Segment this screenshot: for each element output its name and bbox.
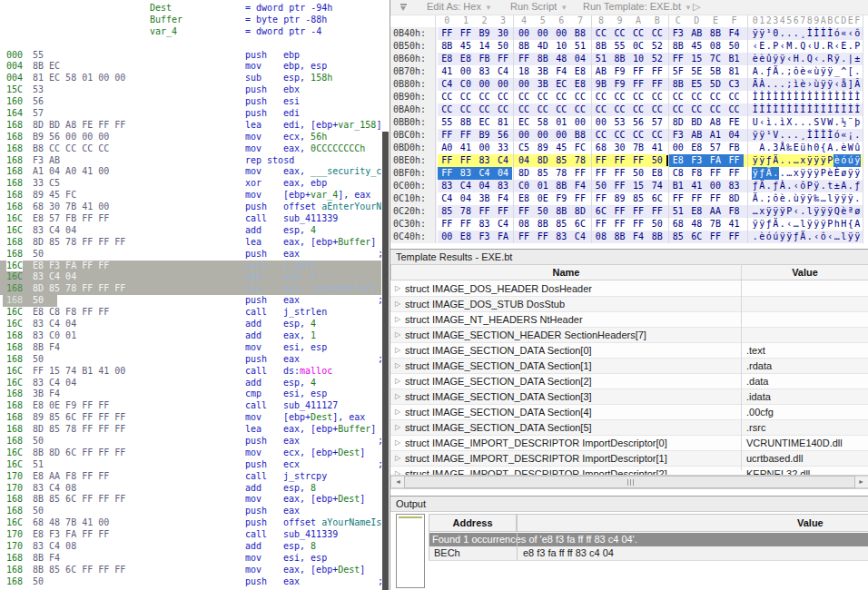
hex-byte[interactable]: 8D [725,192,744,205]
hex-byte[interactable]: FF [610,167,629,180]
expand-icon[interactable]: ▷ [395,281,400,296]
hex-byte[interactable]: E8 [457,231,476,243]
hex-byte[interactable]: 48 [552,53,571,65]
hex-byte[interactable]: 01 [552,116,571,129]
hex-byte[interactable]: A8 [706,116,725,129]
hex-byte[interactable]: CC [647,27,666,40]
hex-row[interactable]: 0C30h:FFFF83C4088B856CFFFFFF5068487B41ÿÿ… [390,218,868,231]
hex-byte[interactable]: 33 [494,142,513,154]
asm-line[interactable]: 16C68 48 7B 41 00pushoffset aYourNameIs [0,517,381,529]
hex-byte[interactable]: 41 [457,142,476,154]
hex-byte[interactable]: CC [475,103,494,116]
hex-byte[interactable]: 8B [668,40,687,53]
hex-byte[interactable]: B9 [475,27,494,40]
hex-byte[interactable]: 58 [533,116,552,129]
hex-byte[interactable]: 7B [629,142,648,154]
hex-byte[interactable]: 6C [687,231,706,243]
hex-byte[interactable]: 8D [571,205,590,218]
asm-line[interactable]: 16CFF 15 74 B1 41 00callds:malloc [0,366,381,378]
hex-byte[interactable]: F8 [725,205,744,218]
hex-row[interactable]: 0C10h:C4043BF4E80EF9FFFF89856CFFFFFF8DÄ.… [390,192,868,205]
hex-byte[interactable]: B9 [475,129,494,142]
hex-byte[interactable]: 00 [668,142,687,154]
hex-byte[interactable]: 00 [475,78,494,91]
asm-line[interactable]: 0048B ECmovebp, esp [0,61,381,73]
hex-byte[interactable]: FF [610,154,629,167]
hex-byte[interactable]: 51 [592,53,611,65]
hex-byte[interactable]: 57 [706,142,725,154]
scroll-right-icon[interactable]: ► [853,476,868,488]
hex-byte[interactable]: C8 [668,167,687,180]
template-row[interactable]: ▷struct IMAGE_SECTION_DATA Section[3].id… [390,389,868,405]
asm-line[interactable]: 168A1 04 A0 41 00moveax, ___security_c [0,166,381,178]
stack-var-line[interactable]: Dest= dword ptr -94h [0,3,381,15]
hex-byte[interactable]: CC [725,91,744,103]
hex-byte[interactable]: FF [475,205,494,218]
hex-byte[interactable]: C5 [515,142,534,154]
hex-byte[interactable]: FF [438,154,457,167]
hex-byte[interactable]: 55 [610,40,629,53]
hex-byte[interactable]: 3B [533,65,552,78]
expand-icon[interactable]: ▷ [395,389,400,404]
hex-byte[interactable]: FF [629,65,648,78]
hex-byte[interactable]: FF [515,53,534,65]
hex-byte[interactable]: FF [533,231,552,243]
hex-byte[interactable]: 8B [533,53,552,65]
hex-byte[interactable]: 41 [438,65,457,78]
asm-line[interactable]: 1683B F4cmpesi, esp [0,388,381,400]
hex-byte[interactable]: 51 [668,205,687,218]
hex-byte[interactable]: 18 [515,65,534,78]
column-divider[interactable] [741,264,742,470]
output-side-tab[interactable] [396,514,425,588]
hex-byte[interactable]: 8D [533,154,552,167]
hex-byte[interactable]: E8 [571,78,590,91]
expand-icon[interactable]: ▷ [395,297,400,311]
hex-byte[interactable]: CC [647,91,666,103]
hex-row[interactable]: 0BB0h:558BEC81EC580100005356578DBDA8FEU‹… [390,116,868,129]
hex-byte[interactable]: FF [457,154,476,167]
hex-byte[interactable]: 7C [706,53,725,65]
hex-byte[interactable]: 30 [610,142,629,154]
asm-line[interactable]: 16850pusheax; [0,436,381,447]
hex-byte[interactable]: CC [494,103,513,116]
hex-byte[interactable]: 8B [610,231,629,243]
edit-as-menu[interactable]: Edit As: Hex▼ [427,1,492,12]
hex-byte[interactable]: 8D [515,167,534,180]
hex-byte[interactable]: 4D [533,40,552,53]
hex-byte[interactable]: C4 [475,167,494,180]
hex-byte[interactable]: 85 [629,192,648,205]
hex-byte[interactable]: BD [687,116,706,129]
hex-byte[interactable]: FF [457,129,476,142]
hex-byte[interactable]: 6C [571,218,590,231]
hex-byte[interactable]: 50 [647,218,666,231]
hex-byte[interactable]: CC [668,91,687,103]
hex-byte[interactable]: 52 [647,53,666,65]
template-row[interactable]: ▷struct IMAGE_IMPORT_DESCRIPTOR ImportDe… [390,451,868,467]
hex-byte[interactable]: B8 [571,129,590,142]
column-header-address[interactable]: Address [429,514,517,532]
hex-byte[interactable]: CC [592,129,611,142]
asm-line[interactable]: 1688D 85 78 FF FF FFleaeax, [ebp+Buffer] [0,283,381,295]
hex-byte[interactable]: CC [475,91,494,103]
hex-byte[interactable]: E8 [687,142,706,154]
asm-line[interactable]: 16833 C5xoreax, ebp [0,178,381,190]
asm-line[interactable]: 16883 C0 01addeax, 1 [0,330,381,342]
hex-byte[interactable]: F4 [725,27,744,40]
hex-byte[interactable]: FF [629,154,648,167]
hex-byte[interactable]: FF [629,78,648,91]
hex-byte[interactable]: 50 [629,167,648,180]
hex-byte[interactable]: C4 [438,78,457,91]
hex-byte[interactable]: 78 [571,154,590,167]
asm-line[interactable]: 16C83 C4 04addesp, 4 [0,225,381,237]
hex-byte[interactable]: 00 [571,116,590,129]
hex-row[interactable]: 0BF0h:FF83C4048D8578FFFFFF50E8C8F8FFFFÿƒ… [390,167,868,180]
hex-byte[interactable]: 45 [457,40,476,53]
hex-byte[interactable]: F9 [610,65,629,78]
hex-byte[interactable]: 50 [533,205,552,218]
hex-byte[interactable]: FF [629,218,648,231]
hex-byte[interactable]: FF [438,167,457,180]
hex-byte[interactable]: FF [725,167,744,180]
hex-byte[interactable]: 8B [592,40,611,53]
hex-byte[interactable]: 83 [552,231,571,243]
asm-line[interactable]: 16C51pushecx; [0,459,381,471]
